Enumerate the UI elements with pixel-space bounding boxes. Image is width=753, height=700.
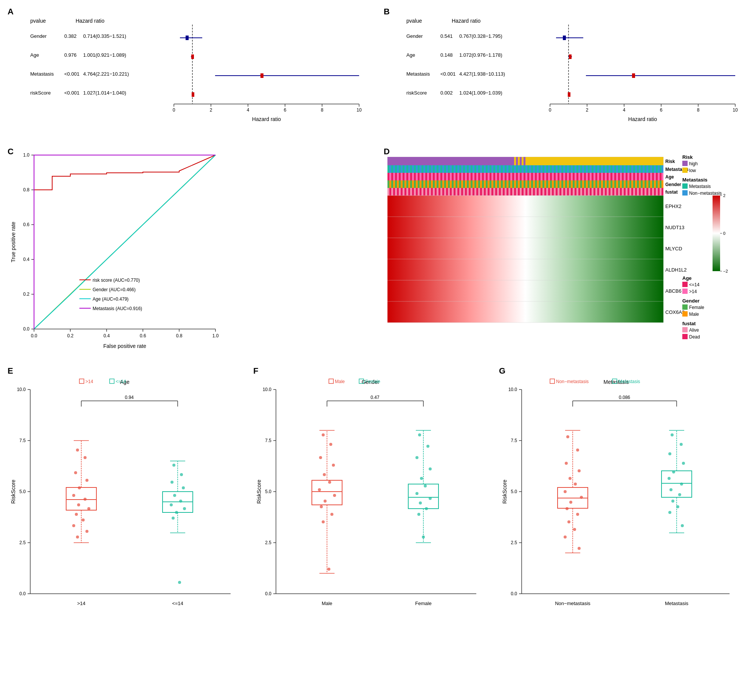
panel-C: C 0.0 0.2 0.4 0.6 0.8 1.0 False po [4,144,376,360]
panel-B-risk-name: riskScore [406,90,427,96]
main-container: A pvalue Hazard ratio Gender 0.382 0.714… [0,0,753,700]
panel-A-age-point [191,55,194,59]
E-dot11-gt14 [82,519,85,522]
G-ylabel: RiskScore [502,480,508,504]
E-box-gt14 [66,488,97,510]
E-dot4-gt14 [86,479,89,482]
panel-B-gender-hr: 0.767(0.328−1.795) [459,33,502,39]
panel-B-ticklabel2: 2 [586,108,589,113]
panel-D-label: D [384,147,390,156]
roc-ytick-label04: 0.4 [23,257,30,262]
E-dot5-le14 [173,494,176,497]
E-dot6-gt14 [72,494,75,497]
panel-A-ticklabel0: 0 [173,108,175,113]
panel-A-ticklabel6: 6 [284,108,287,113]
G-ytick-label0: 0.0 [511,591,517,596]
panel-B-xlabel: Hazard ratio [628,116,657,122]
legend-age-le14-label: <=14 [689,282,700,288]
G-dot4-meta [682,462,685,465]
panel-E-label: E [8,366,13,375]
panel-B-ticklabel4: 4 [623,108,626,113]
legend-fustat-alive-box [682,327,688,333]
panel-B-ticklabel8: 8 [697,108,700,113]
panel-A-hr-header: Hazard ratio [76,18,104,24]
G-dot8-meta [669,488,672,491]
gender-track-label: Gender [665,182,681,187]
panel-E: E Age >14 <=14 0.0 2.5 [4,363,246,631]
metastasis-track [387,165,663,173]
F-ytick-label0: 0.0 [265,591,271,596]
legend-nonmetastasis-label: Non−metastasis [689,191,722,196]
F-box-female [408,484,438,509]
panel-A-age-name: Age [30,52,39,58]
G-xlabel-nonmeta: Non−metastasis [555,600,591,606]
gene-abcb6-row [387,280,663,302]
G-ytick-label100: 10.0 [508,387,518,392]
risk-track-mix [512,157,527,165]
panel-B-risk-point [568,92,571,97]
panel-A-meta-hr: 4.764(2.221−10.221) [83,71,129,77]
G-dot1-nonmeta [566,435,569,438]
F-box-male [312,480,342,505]
legend-gender-female-label: Female [689,305,704,310]
E-pvalue-label: 0.94 [125,395,134,400]
gene-aldh1l2-label: ALDH1L2 [665,267,686,273]
G-dot11-meta [676,505,679,508]
G-dot12-nonmeta [567,520,571,523]
gender-track [387,180,663,188]
F-dot11-female [417,513,420,516]
G-dot5-meta [672,470,675,473]
panel-A-risk-pval: <0.001 [64,90,80,96]
G-dot2-meta [680,443,683,446]
roc-ytick-label06: 0.6 [23,222,30,227]
panel-B-age-pval: 0.148 [440,52,453,58]
gene-ephx2-row [387,195,663,217]
F-dot13-male [327,568,331,571]
gene-cox6a2-label: COX6A2 [665,309,684,315]
roc-legend-age-label: Age (AUC=0.479) [93,297,128,302]
scale-label-mid: 0 [723,231,725,236]
panel-B-label: B [384,7,390,16]
E-ytick-label75: 7.5 [19,438,26,443]
legend-age-gt14-label: >14 [689,289,697,294]
age-track [387,173,663,180]
F-dot1-female [418,433,421,436]
roc-ylabel: True positive rate [10,222,16,262]
panel-B-hr-header: Hazard ratio [452,18,480,24]
roc-xtick-label0: 0.0 [31,333,37,339]
F-dot5-male [323,473,326,476]
legend-fustat-dead-label: Dead [689,334,700,340]
F-xlabel-female: Female [415,600,431,606]
gene-cox6a2-row [387,302,663,323]
roc-svg: C 0.0 0.2 0.4 0.6 0.8 1.0 False po [4,144,374,359]
boxplot-E-svg: E Age >14 <=14 0.0 2.5 [4,363,246,628]
F-dot5-female [420,477,423,480]
E-dot8-gt14 [77,503,80,506]
panel-A-risk-name: riskScore [30,90,51,96]
E-dot4-le14 [182,486,185,489]
F-dot3-male [319,456,322,459]
panel-A-gender-hr: 0.714(0.335−1.521) [83,33,126,39]
gene-ephx2-label: EPHX2 [665,203,681,209]
E-dot12-gt14 [72,524,75,527]
F-dot3-female [415,456,418,459]
F-ytick-label100: 10.0 [263,387,272,392]
legend-risk-high-box [682,161,688,166]
scale-label-bot: −2 [723,269,728,273]
G-dot9-meta [678,493,681,496]
panel-G-label: G [499,366,505,375]
E-ytick-label0: 0.0 [19,591,26,596]
legend-gender-title: Gender [682,298,700,304]
G-dot3-meta [668,452,671,455]
roc-ytick-label08: 0.8 [23,187,30,192]
legend-risk-title: Risk [682,154,693,160]
G-ytick-label50: 5.0 [511,489,517,494]
roc-xtick-label02: 0.2 [67,333,74,339]
legend-age-gt14-box [682,289,688,294]
F-ylabel: RiskScore [256,480,262,504]
boxplot-F-svg: F Gender Male Female 0.0 2.5 5.0 7.5 [249,363,491,628]
panel-B-ticklabel0: 0 [549,108,552,113]
E-ytick-label25: 2.5 [19,540,26,545]
panel-B-gender-name: Gender [406,33,423,39]
G-dot4-nonmeta [578,469,581,472]
